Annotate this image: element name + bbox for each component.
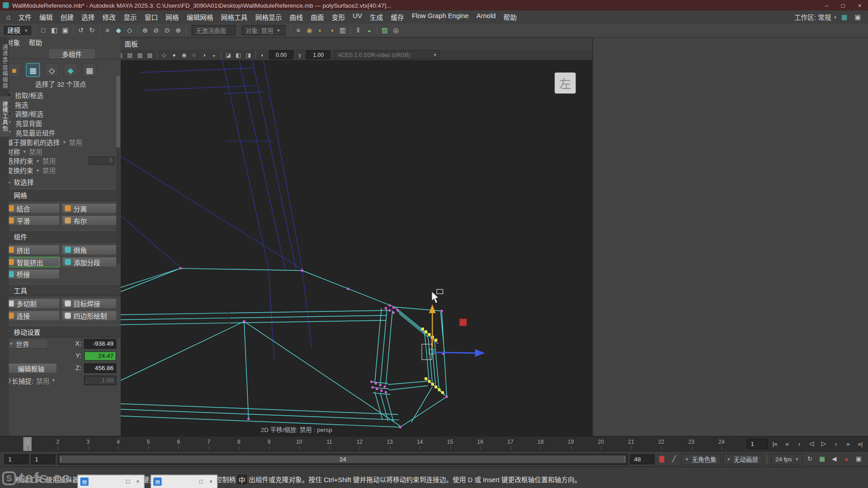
edit-bookmark-icon[interactable]: ╱ [669, 454, 679, 464]
智能挤出-button[interactable]: 智能挤出 [5, 257, 60, 267]
桥接-button[interactable]: 桥接 [5, 269, 60, 279]
ime-indicator[interactable]: 中 [236, 474, 248, 485]
frame-tick-12[interactable]: 12 [356, 439, 363, 445]
section-工具[interactable]: ▼工具 [0, 284, 121, 296]
exposure-field[interactable]: 0.00 [269, 50, 293, 59]
save-scene-icon[interactable]: ▣ [60, 25, 71, 35]
home-icon[interactable]: ⌂ [2, 13, 14, 21]
bookmark-icon[interactable] [657, 454, 667, 464]
field-chart-icon[interactable]: ▤ [125, 50, 135, 59]
anim-layer-dropdown[interactable]: ▾ 无动画层 [723, 453, 763, 464]
use-all-lights-icon[interactable]: ○ [189, 50, 199, 59]
gamma-icon[interactable]: γ [295, 50, 305, 59]
挤出-button[interactable]: 挤出 [5, 244, 60, 255]
screen-space-ao-icon[interactable]: ◒ [209, 50, 219, 59]
go-to-start-button[interactable]: |« [769, 438, 781, 449]
animation-end-field[interactable]: 48 [630, 454, 655, 464]
frame-tick-16[interactable]: 16 [477, 439, 483, 445]
colorspace-dropdown[interactable]: ACES 1.0 SDR-video (sRGB) ▾ [335, 50, 440, 59]
option-基于摄影机的选择[interactable]: 基于摄影机的选择▾禁用 [0, 137, 121, 147]
character-set-dropdown[interactable]: ▾ 无角色集 [681, 453, 721, 464]
option-拖选[interactable]: 拖选 [0, 99, 121, 109]
snap-grid-icon[interactable]: ⊕ [140, 25, 150, 35]
多切割-button[interactable]: 多切割 [5, 298, 60, 309]
frame-tick-3[interactable]: 3 [86, 439, 90, 445]
select-component-icon[interactable]: ◇ [124, 25, 135, 35]
ipr-render-icon[interactable]: ◑ [326, 25, 337, 35]
multi-mode-icon[interactable]: ▩ [82, 63, 96, 77]
menu-编辑网格[interactable]: 编辑网格 [183, 10, 217, 23]
view-axis-label[interactable]: 左 [555, 72, 576, 94]
frame-tick-2[interactable]: 2 [57, 439, 60, 445]
workspace-grid-icon[interactable]: ▦ [839, 12, 849, 22]
frame-tick-21[interactable]: 21 [628, 439, 634, 445]
frame-tick-23[interactable]: 23 [689, 439, 695, 445]
animation-start-field[interactable]: 1 [5, 454, 29, 464]
目标焊接-button[interactable]: 目标焊接 [61, 298, 117, 309]
menu-变形[interactable]: 变形 [328, 10, 349, 23]
shadows-icon[interactable]: ◑ [199, 50, 209, 59]
倒角-button[interactable]: 倒角 [61, 244, 117, 255]
section-move-settings[interactable]: ▼ 移动设置 [0, 325, 121, 338]
frame-tick-11[interactable]: 11 [326, 439, 332, 445]
menu-创建[interactable]: 创建 [57, 10, 78, 23]
xray-icon[interactable]: ◧ [234, 50, 243, 59]
object-state-dropdown[interactable]: 对象: 禁用 ▾ [241, 25, 285, 35]
interactive-shading-icon[interactable]: ◒ [364, 25, 374, 35]
edge-mode-icon[interactable]: ◇ [45, 63, 59, 77]
range-bar[interactable]: 24 [59, 455, 626, 463]
四边形绘制-button[interactable]: 四边形绘制 [61, 310, 117, 321]
frame-tick-6[interactable]: 6 [177, 439, 180, 445]
step-snap-value[interactable]: 禁用 [36, 375, 49, 385]
close-button[interactable]: × [851, 0, 868, 10]
wireframe-icon[interactable]: ◇ [160, 50, 169, 59]
workspace-selector[interactable]: 工作区: 常规 ▾ ▦ ▣ [794, 12, 866, 22]
option-拾取/框选[interactable]: 拾取/框选 [0, 90, 121, 100]
step-forward-frame-button[interactable]: › [830, 438, 842, 449]
frame-tick-4[interactable]: 4 [117, 439, 120, 445]
menu-编辑[interactable]: 编辑 [35, 10, 57, 23]
auto-key-icon[interactable]: ● [841, 454, 851, 464]
menu-Flow Graph Engine[interactable]: Flow Graph Engine [408, 10, 472, 23]
添加分段-button[interactable]: 添加分段 [61, 257, 117, 267]
section-组件[interactable]: ▼组件 [0, 230, 121, 242]
frame-tick-5[interactable]: 5 [147, 439, 150, 445]
frame-tick-7[interactable]: 7 [207, 439, 210, 445]
anim-preferences-icon[interactable]: ▣ [854, 454, 863, 464]
menu-UV[interactable]: UV [349, 10, 366, 23]
face-mode-icon[interactable]: ◆ [64, 63, 78, 77]
translate-y-field[interactable]: 24.47 [84, 351, 116, 361]
translate-x-field[interactable]: -938.49 [84, 339, 116, 348]
menu-set-dropdown[interactable]: 建模 ▾ [3, 24, 32, 35]
frame-tick-19[interactable]: 19 [568, 439, 574, 445]
gamma-field[interactable]: 1.00 [306, 50, 330, 59]
toolkit-menu-帮助[interactable]: 帮助 [24, 37, 47, 48]
viewport-menu-面板[interactable]: 面板 [120, 38, 142, 49]
option-调整/框选[interactable]: 调整/框选 [0, 109, 121, 118]
safe-action-icon[interactable]: ▧ [135, 50, 145, 59]
panel-tab-通道盒/层编辑器[interactable]: 通道盒/层编辑器 [0, 39, 9, 94]
frame-tick-18[interactable]: 18 [538, 439, 544, 445]
menu-修改[interactable]: 修改 [99, 10, 120, 23]
snap-curve-icon[interactable]: ⊘ [151, 25, 161, 35]
option-亮显背面[interactable]: ✓亮显背面 [0, 118, 121, 128]
shaded-icon[interactable]: ● [170, 50, 179, 59]
fps-dropdown[interactable]: 24 fps ▾ [771, 453, 802, 464]
play-forwards-button[interactable]: ▷ [818, 438, 830, 449]
frame-tick-17[interactable]: 17 [507, 439, 514, 445]
frame-tick-13[interactable]: 13 [387, 439, 393, 445]
frame-tick-22[interactable]: 22 [658, 439, 665, 445]
option-对称[interactable]: 对称▾禁用 [0, 146, 121, 156]
playback-start-field[interactable]: 1 [31, 454, 56, 464]
redo-icon[interactable]: ↻ [87, 25, 97, 35]
menu-缓存[interactable]: 缓存 [387, 10, 408, 23]
maximize-button[interactable]: □ [835, 0, 852, 10]
render-view-icon[interactable]: ◉ [304, 25, 315, 35]
textured-icon[interactable]: ◉ [179, 50, 189, 59]
平滑-button[interactable]: 平滑 [5, 215, 60, 225]
frame-tick-1[interactable]: 1 [26, 439, 29, 445]
translate-z-field[interactable]: 456.86 [84, 363, 116, 373]
panel-tab-建模工具包[interactable]: 建模工具包 [0, 96, 9, 136]
snap-point-icon[interactable]: ⊙ [162, 25, 172, 35]
frame-tick-15[interactable]: 15 [447, 439, 453, 445]
